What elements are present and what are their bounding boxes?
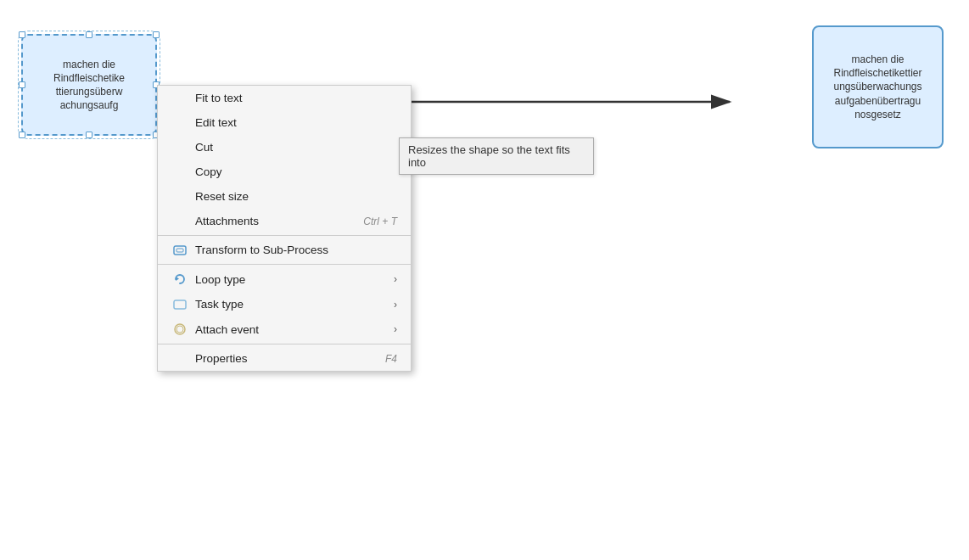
reset-size-label: Reset size xyxy=(195,190,397,203)
menu-item-attachments[interactable]: Attachments Ctrl + T xyxy=(158,209,411,233)
svg-rect-3 xyxy=(176,249,183,252)
task-type-icon xyxy=(171,299,188,311)
attachments-label: Attachments xyxy=(195,215,356,227)
attachments-shortcut: Ctrl + T xyxy=(363,216,397,227)
attach-event-icon xyxy=(171,322,188,336)
handle-ml[interactable] xyxy=(19,81,25,88)
shape-left[interactable]: machen die Rindfleischetike ttierungsübe… xyxy=(21,34,157,136)
attach-event-arrow: › xyxy=(394,323,397,335)
divider-3 xyxy=(158,344,411,344)
shape-right-text: machen die Rindfleischetikettier ungsübe… xyxy=(819,53,937,121)
transform-subprocess-label: Transform to Sub-Process xyxy=(195,244,397,256)
edit-text-label: Edit text xyxy=(195,116,397,129)
menu-item-cut[interactable]: Cut xyxy=(158,135,411,160)
handle-bl[interactable] xyxy=(19,132,25,138)
menu-item-task-type[interactable]: Task type › xyxy=(158,292,411,316)
menu-item-fit-to-text[interactable]: Fit to text xyxy=(158,86,411,110)
task-type-arrow: › xyxy=(394,299,397,311)
menu-item-copy[interactable]: Copy xyxy=(158,160,411,184)
loop-type-label: Loop type xyxy=(195,273,390,286)
divider-1 xyxy=(158,235,411,236)
shape-right[interactable]: machen die Rindfleischetikettier ungsübe… xyxy=(812,25,944,148)
menu-item-transform-subprocess[interactable]: Transform to Sub-Process xyxy=(158,238,411,262)
menu-item-edit-text[interactable]: Edit text xyxy=(158,110,411,135)
shape-left-text: machen die Rindfleischetike ttierungsübe… xyxy=(28,58,150,113)
menu-item-properties[interactable]: Properties F4 xyxy=(158,346,411,371)
menu-item-loop-type[interactable]: Loop type › xyxy=(158,266,411,292)
context-menu: Fit to text Edit text Cut Copy Reset siz… xyxy=(157,85,412,372)
copy-label: Copy xyxy=(195,165,397,178)
handle-tm[interactable] xyxy=(86,31,92,38)
divider-2 xyxy=(158,264,411,265)
handle-tl[interactable] xyxy=(19,31,25,38)
handle-tr[interactable] xyxy=(153,31,160,38)
attach-event-label: Attach event xyxy=(195,323,390,336)
properties-label: Properties xyxy=(195,352,378,365)
svg-rect-2 xyxy=(174,246,186,255)
loop-type-arrow: › xyxy=(394,273,397,285)
task-type-label: Task type xyxy=(195,298,390,311)
menu-item-attach-event[interactable]: Attach event › xyxy=(158,316,411,342)
subprocess-icon xyxy=(171,244,188,256)
properties-shortcut: F4 xyxy=(385,353,397,365)
loop-icon xyxy=(171,272,188,286)
menu-item-reset-size[interactable]: Reset size xyxy=(158,184,411,209)
cut-label: Cut xyxy=(195,141,397,154)
svg-point-7 xyxy=(176,326,183,333)
svg-marker-4 xyxy=(176,277,179,281)
fit-to-text-label: Fit to text xyxy=(195,92,397,104)
tooltip-text: Resizes the shape so the text fits into xyxy=(408,143,570,169)
svg-rect-5 xyxy=(174,300,186,309)
fit-to-text-tooltip: Resizes the shape so the text fits into xyxy=(399,137,594,175)
handle-bm[interactable] xyxy=(86,132,92,138)
